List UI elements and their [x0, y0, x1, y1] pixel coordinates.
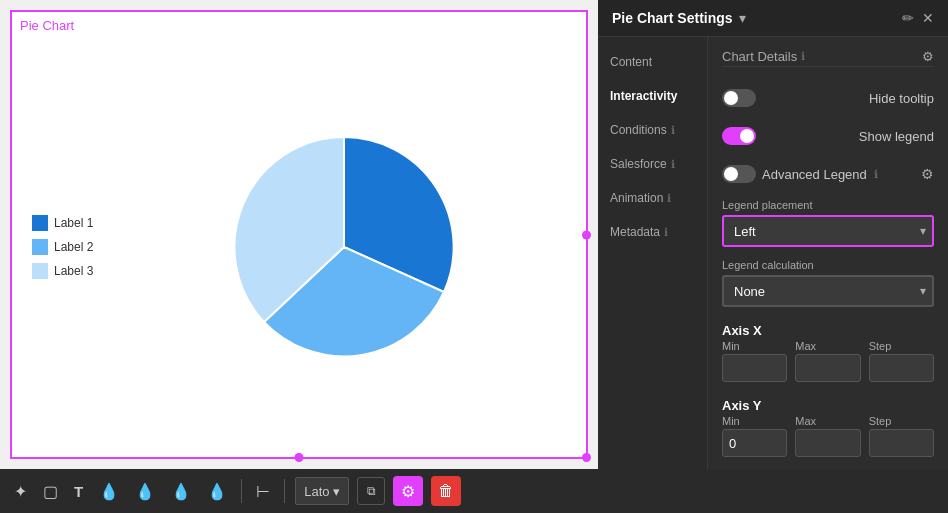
pie-chart-wrapper [122, 127, 566, 367]
panel-title: Pie Chart Settings [612, 10, 733, 26]
chart-title: Pie Chart [12, 12, 586, 37]
hide-tooltip-toggle[interactable] [722, 89, 756, 107]
legend-area: Label 1 Label 2 Label 3 [32, 215, 102, 279]
axis-y-max-label: Max [795, 415, 860, 427]
align-icon[interactable]: ⊢ [252, 478, 274, 505]
gear-icon-advanced-legend[interactable]: ⚙ [921, 166, 934, 182]
drop-icon-4[interactable]: 💧 [203, 478, 231, 505]
axis-x-step-input[interactable] [869, 354, 934, 382]
legend-label-2: Label 2 [54, 240, 93, 254]
sidebar-item-animation[interactable]: Animation ℹ [598, 181, 707, 215]
legend-placement-select-wrapper: Left Right Top Bottom [722, 215, 934, 247]
toolbar-divider-2 [284, 479, 285, 503]
font-name: Lato [304, 484, 329, 499]
chart-details-row: Chart Details ℹ ⚙ [722, 47, 934, 67]
nav-label-salesforce: Salesforce [610, 157, 667, 171]
axis-x-group: Axis X Min Max Step [722, 319, 934, 382]
pie-chart-svg [224, 127, 464, 367]
axis-x-step-field: Step [869, 340, 934, 382]
close-icon[interactable]: ✕ [922, 10, 934, 26]
legend-placement-group: Legend placement Left Right Top Bottom [722, 199, 934, 247]
advanced-legend-toggle[interactable] [722, 165, 756, 183]
show-legend-label: Show legend [859, 129, 934, 144]
hide-tooltip-label: Hide tooltip [869, 91, 934, 106]
axis-y-step-field: Step [869, 415, 934, 457]
nav-label-animation: Animation [610, 191, 663, 205]
font-select[interactable]: Lato ▾ [295, 477, 349, 505]
text-icon[interactable]: T [70, 479, 87, 504]
axis-y-step-label: Step [869, 415, 934, 427]
advanced-legend-row: Advanced Legend ℹ ⚙ [722, 161, 934, 187]
info-icon-animation: ℹ [667, 192, 671, 205]
toggle-slider-show-legend [722, 127, 756, 145]
chart-details-text: Chart Details [722, 49, 797, 64]
sidebar-item-interactivity[interactable]: Interactivity [598, 79, 707, 113]
trash-icon: 🗑 [438, 482, 454, 500]
info-icon-chart-details: ℹ [801, 50, 805, 63]
nav-label-content: Content [610, 55, 652, 69]
left-nav: Content Interactivity Conditions ℹ Sales… [598, 37, 708, 469]
show-legend-toggle[interactable] [722, 127, 756, 145]
sidebar-item-metadata[interactable]: Metadata ℹ [598, 215, 707, 249]
legend-calculation-select[interactable]: None Sum Average Count [722, 275, 934, 307]
chart-container: Pie Chart Label 1 Label 2 Label 3 [10, 10, 588, 459]
toolbar: ✦ ▢ T 💧 💧 💧 💧 ⊢ Lato ▾ ⧉ ⚙ 🗑 [0, 469, 948, 513]
chevron-down-icon[interactable]: ▾ [739, 10, 746, 26]
axis-x-max-input[interactable] [795, 354, 860, 382]
drop-icon-3[interactable]: 💧 [167, 478, 195, 505]
legend-color-3 [32, 263, 48, 279]
legend-calculation-select-wrapper: None Sum Average Count [722, 275, 934, 307]
advanced-legend-label: Advanced Legend ℹ [762, 167, 878, 182]
external-link-button[interactable]: ⧉ [357, 477, 385, 505]
legend-color-2 [32, 239, 48, 255]
sidebar-item-conditions[interactable]: Conditions ℹ [598, 113, 707, 147]
axis-y-min-label: Min [722, 415, 787, 427]
sidebar-item-content[interactable]: Content [598, 45, 707, 79]
nav-label-metadata: Metadata [610, 225, 660, 239]
axis-y-row: Min Max Step [722, 415, 934, 457]
gear-icon-chart-details[interactable]: ⚙ [922, 49, 934, 64]
axis-x-max-field: Max [795, 340, 860, 382]
legend-color-1 [32, 215, 48, 231]
resize-handle-bottom-center[interactable] [295, 453, 304, 462]
edit-icon[interactable]: ✏ [902, 10, 914, 26]
font-dropdown-arrow: ▾ [333, 484, 340, 499]
cursor-icon[interactable]: ✦ [10, 478, 31, 505]
show-legend-row: Show legend [722, 123, 934, 149]
gear-icon-toolbar: ⚙ [401, 482, 415, 501]
axis-y-max-input[interactable] [795, 429, 860, 457]
frame-icon[interactable]: ▢ [39, 478, 62, 505]
axis-x-header: Axis X [722, 323, 934, 338]
toolbar-divider-1 [241, 479, 242, 503]
info-icon-conditions: ℹ [671, 124, 675, 137]
axis-x-max-label: Max [795, 340, 860, 352]
settings-content: Chart Details ℹ ⚙ Hide tooltip [708, 37, 948, 469]
canvas-area: Pie Chart Label 1 Label 2 Label 3 [0, 0, 598, 469]
sidebar-item-salesforce[interactable]: Salesforce ℹ [598, 147, 707, 181]
axis-y-min-input[interactable] [722, 429, 787, 457]
axis-x-min-input[interactable] [722, 354, 787, 382]
list-item: Label 1 [32, 215, 102, 231]
axis-x-row: Min Max Step [722, 340, 934, 382]
settings-button[interactable]: ⚙ [393, 476, 423, 506]
toggle-slider-advanced-legend [722, 165, 756, 183]
legend-calculation-label: Legend calculation [722, 259, 934, 271]
axis-x-step-label: Step [869, 340, 934, 352]
legend-label-1: Label 1 [54, 216, 93, 230]
legend-calculation-group: Legend calculation None Sum Average Coun… [722, 259, 934, 307]
info-icon-metadata: ℹ [664, 226, 668, 239]
axis-y-step-input[interactable] [869, 429, 934, 457]
resize-handle-right-center[interactable] [582, 230, 591, 239]
legend-placement-select[interactable]: Left Right Top Bottom [722, 215, 934, 247]
resize-handle-bottom-right[interactable] [582, 453, 591, 462]
delete-button[interactable]: 🗑 [431, 476, 461, 506]
nav-label-interactivity: Interactivity [610, 89, 677, 103]
legend-placement-label: Legend placement [722, 199, 934, 211]
drop-icon-1[interactable]: 💧 [95, 478, 123, 505]
chart-details-label: Chart Details ℹ [722, 49, 805, 64]
toggle-slider-hide-tooltip [722, 89, 756, 107]
list-item: Label 3 [32, 263, 102, 279]
axis-y-max-field: Max [795, 415, 860, 457]
legend-label-3: Label 3 [54, 264, 93, 278]
drop-icon-2[interactable]: 💧 [131, 478, 159, 505]
